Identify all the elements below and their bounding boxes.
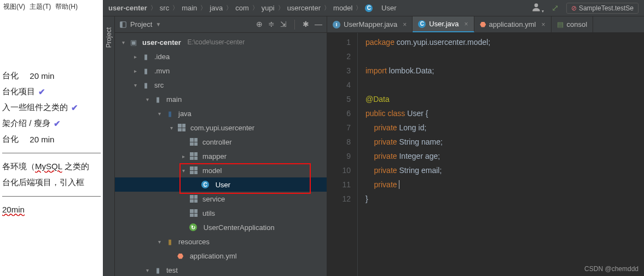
tree-item[interactable]: utils — [202, 209, 215, 217]
project-tree[interactable]: ▾▣user-center E:\code\user-center ▸▮.ide… — [115, 33, 327, 276]
expand-arrow-icon[interactable]: ▸ — [131, 68, 139, 74]
ide-window: user-center 〉 src 〉 main 〉 java 〉 com 〉 … — [103, 0, 644, 276]
expand-arrow-icon[interactable]: ▾ — [143, 96, 151, 102]
close-icon[interactable]: × — [403, 21, 407, 28]
check-icon: ✔ — [54, 119, 61, 129]
chevron-right-icon: 〉 — [278, 4, 284, 12]
expand-arrow-icon[interactable]: ▾ — [155, 111, 163, 117]
breadcrumb-item[interactable]: src — [160, 4, 169, 12]
package-icon — [189, 194, 198, 203]
expand-arrow-icon[interactable]: ▾ — [131, 82, 139, 88]
expand-arrow-icon[interactable]: ▾ — [167, 125, 175, 131]
expand-arrow-icon[interactable]: ▾ — [143, 267, 151, 273]
chevron-right-icon: 〉 — [324, 4, 330, 12]
package-icon — [177, 123, 186, 132]
expand-arrow-icon[interactable]: ▸ — [131, 54, 139, 60]
tree-item[interactable]: com.yupi.usercenter — [190, 124, 254, 132]
chevron-right-icon: 〉 — [200, 4, 206, 12]
breadcrumb-item[interactable]: main — [182, 4, 197, 12]
yaml-file-icon: ⬣ — [480, 20, 486, 28]
code-editor[interactable]: 123456789101112 package com.yupi.usercen… — [327, 33, 644, 276]
chevron-right-icon: 〉 — [226, 4, 232, 12]
collapse-all-icon[interactable]: ⇲ — [280, 20, 287, 30]
tree-item[interactable]: java — [178, 110, 192, 118]
tree-item[interactable]: application.yml — [190, 252, 237, 260]
tool-window-strip[interactable]: Project — [103, 16, 115, 276]
folder-icon: ▮ — [141, 52, 150, 61]
close-icon[interactable]: × — [542, 21, 546, 28]
folder-icon: ▮ — [153, 95, 162, 104]
breadcrumb-root[interactable]: user-center — [108, 4, 147, 12]
select-opened-file-icon[interactable]: ⊕ — [256, 20, 263, 30]
expand-arrow-icon[interactable]: ▾ — [119, 39, 127, 45]
expand-arrow-icon[interactable]: ▸ — [179, 153, 187, 159]
tree-item[interactable]: service — [202, 195, 225, 203]
note-text: 各环境（MySQL 之类的 — [2, 162, 89, 172]
close-icon[interactable]: × — [465, 20, 468, 28]
tree-item[interactable]: .idea — [154, 53, 170, 61]
chevron-right-icon: 〉 — [252, 4, 258, 12]
tree-item[interactable]: test — [166, 266, 178, 274]
folder-icon: ▮ — [153, 266, 162, 274]
chevron-right-icon: 〉 — [356, 4, 362, 12]
module-icon: ▣ — [129, 38, 138, 47]
divider — [2, 153, 101, 153]
editor-tab[interactable]: ⬣application.yml× — [474, 16, 552, 32]
tree-item[interactable]: model — [202, 166, 222, 175]
class-icon: C — [418, 20, 426, 28]
breadcrumb-item[interactable]: yupi — [262, 4, 275, 12]
external-notes-panel: 视图(V) 主题(T) 帮助(H) 台化 20 min 台化项目✔ 入一些组件之… — [0, 0, 103, 276]
breadcrumb-item[interactable]: model — [333, 4, 352, 12]
project-view-selector[interactable]: Project ▼ — [119, 20, 161, 28]
navigation-bar: user-center 〉 src 〉 main 〉 java 〉 com 〉 … — [103, 0, 644, 16]
resources-folder-icon: ▮ — [165, 237, 174, 246]
svg-rect-2 — [120, 21, 123, 27]
user-icon[interactable]: ▾ — [531, 2, 544, 14]
yaml-file-icon: ⬣ — [177, 252, 183, 260]
menu-help[interactable]: 帮助(H) — [55, 2, 78, 11]
tree-item-selected[interactable]: User — [216, 181, 230, 189]
note-text: 台化项目 — [2, 87, 35, 97]
editor-tab[interactable]: IUserMapper.java× — [327, 16, 413, 32]
editor-tabs: IUserMapper.java× CUser.java× ⬣applicati… — [327, 16, 644, 33]
spring-boot-icon: ↻ — [189, 223, 197, 231]
tree-item[interactable]: controller — [202, 138, 231, 146]
tree-item[interactable]: main — [166, 95, 182, 104]
chevron-down-icon: ▼ — [155, 21, 161, 27]
tree-item[interactable]: .mvn — [154, 67, 170, 75]
menu-theme[interactable]: 主题(T) — [30, 2, 51, 11]
tree-item[interactable]: UserCenterApplication — [204, 223, 275, 232]
tree-item[interactable]: src — [154, 81, 164, 89]
run-config-selector[interactable]: ⊘SampleTest.testSe — [566, 3, 639, 14]
breadcrumb-item[interactable]: com — [235, 4, 249, 12]
line-gutter: 123456789101112 — [327, 33, 358, 276]
package-icon — [189, 209, 198, 217]
settings-icon[interactable]: ✱ — [303, 20, 309, 30]
note-text: 台化 — [2, 71, 19, 81]
breadcrumb-item[interactable]: java — [210, 4, 223, 12]
menu-view[interactable]: 视图(V) — [3, 2, 25, 11]
note-text: 架介绍 / 瘦身 — [2, 118, 50, 129]
separator — [294, 20, 295, 30]
tree-item[interactable]: mapper — [202, 152, 227, 160]
breadcrumb-item[interactable]: usercenter — [287, 4, 321, 12]
svg-point-0 — [535, 3, 538, 7]
expand-arrow-icon[interactable]: ▾ — [179, 168, 187, 174]
divider — [2, 196, 101, 197]
note-text: 台化 — [2, 134, 19, 145]
package-icon — [189, 166, 198, 175]
editor-tab[interactable]: ▤consol — [552, 16, 594, 32]
tree-root[interactable]: user-center — [142, 38, 181, 47]
code-content[interactable]: package com.yupi.usercenter.model; impor… — [358, 33, 644, 276]
editor-tab-active[interactable]: CUser.java× — [413, 16, 474, 32]
chevron-right-icon: 〉 — [172, 4, 178, 12]
hide-icon[interactable]: — — [315, 20, 322, 30]
java-file-icon: I — [333, 21, 340, 28]
editor-area: IUserMapper.java× CUser.java× ⬣applicati… — [327, 16, 644, 276]
tree-item[interactable]: resources — [178, 238, 210, 246]
note-text: 台化后端项目，引入框 — [2, 177, 84, 188]
expand-arrow-icon[interactable]: ▾ — [155, 239, 163, 245]
expand-all-icon[interactable]: ≑ — [268, 20, 275, 30]
breadcrumb-file[interactable]: C User — [365, 4, 396, 12]
build-icon[interactable]: ⤢ — [552, 3, 559, 13]
